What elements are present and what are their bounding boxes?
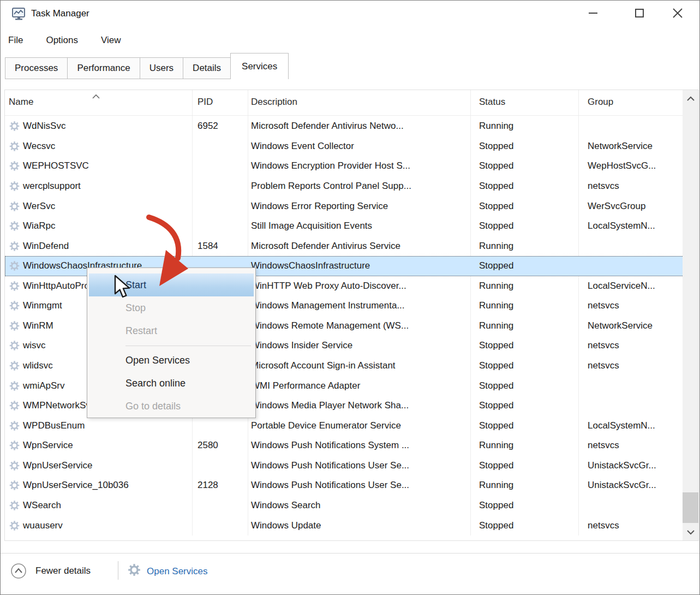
chevron-up-icon (686, 96, 695, 102)
service-description: Microsoft Defender Antivirus Service (251, 241, 400, 252)
table-row[interactable]: WecsvcWindows Event CollectorStoppedNetw… (5, 136, 684, 157)
service-group: netsvcs (588, 440, 619, 451)
service-description: Microsoft Account Sign-in Assistant (251, 360, 396, 371)
service-status: Running (479, 241, 513, 252)
service-name: Winmgmt (23, 300, 62, 311)
tab-processes[interactable]: Processes (5, 57, 67, 79)
open-services-label: Open Services (147, 566, 208, 577)
context-menu-separator (87, 342, 255, 349)
service-description: Windows Event Collector (251, 141, 354, 152)
service-gear-icon (9, 121, 20, 132)
tab-services[interactable]: Services (230, 53, 289, 79)
tab-details[interactable]: Details (183, 57, 230, 79)
collapse-circle-icon (10, 563, 27, 579)
service-status: Stopped (479, 400, 513, 411)
service-description: Windows Encryption Provider Host S... (251, 160, 410, 171)
title-bar: Task Manager (1, 1, 699, 28)
menu-view[interactable]: View (101, 35, 121, 46)
scrollbar-thumb[interactable] (683, 492, 698, 523)
window-title: Task Manager (31, 8, 89, 19)
service-description: Windows Search (251, 500, 321, 511)
table-row[interactable]: wuauservWindows UpdateStoppednetsvcs (5, 515, 684, 536)
service-group: UnistackSvcGr... (588, 460, 656, 471)
scrollbar-down-button[interactable] (683, 523, 698, 540)
service-name: WPDBusEnum (23, 420, 85, 431)
column-header-name[interactable]: Name (9, 97, 33, 108)
menu-options[interactable]: Options (46, 35, 78, 46)
service-group: netsvcs (588, 360, 619, 371)
context-menu-item-open-services[interactable]: Open Services (87, 349, 255, 372)
service-name: WinDefend (23, 241, 69, 252)
service-name: WiaRpc (23, 221, 56, 231)
menu-file[interactable]: File (8, 35, 23, 46)
table-row[interactable]: WSearchWindows SearchStopped (5, 496, 684, 516)
service-group: netsvcs (588, 300, 619, 311)
service-status: Stopped (479, 340, 513, 351)
service-name: WMPNetworkSvc (23, 400, 95, 411)
service-name: wisvc (23, 340, 46, 351)
service-gear-icon (9, 221, 20, 232)
column-header-pid[interactable]: PID (198, 97, 213, 108)
service-status: Running (479, 281, 513, 291)
service-description: Windows Media Player Network Sha... (251, 400, 409, 411)
service-gear-icon (9, 420, 20, 431)
chevron-down-icon (686, 529, 695, 535)
minimize-button[interactable] (574, 1, 612, 26)
table-row[interactable]: WdNisSvc6952Microsoft Defender Antivirus… (5, 116, 684, 136)
table-row[interactable]: WerSvcWindows Error Reporting ServiceSto… (5, 196, 684, 216)
menu-bar: FileOptionsView (1, 28, 699, 52)
maximize-button[interactable] (620, 1, 659, 26)
table-row[interactable]: WiaRpcStill Image Acquisition EventsStop… (5, 216, 684, 236)
scrollbar-up-button[interactable] (683, 90, 698, 107)
footer-bar: Fewer details Open Services (1, 553, 699, 595)
table-row[interactable]: WinDefend1584Microsoft Defender Antiviru… (5, 236, 684, 256)
tab-performance[interactable]: Performance (67, 57, 139, 79)
service-gear-icon (9, 460, 20, 471)
open-services-link[interactable]: Open Services (127, 563, 208, 580)
service-description: Windows Push Notifications User Se... (251, 460, 409, 471)
table-row[interactable]: wercplsupportProblem Reports Control Pan… (5, 176, 684, 197)
service-description: WMI Performance Adapter (251, 380, 360, 391)
context-menu-item-restart: Restart (87, 319, 255, 342)
service-status: Running (479, 300, 513, 311)
service-status: Stopped (479, 201, 513, 212)
service-name: WinRM (23, 320, 53, 331)
task-manager-window: Task Manager FileOptionsView ProcessesPe… (0, 0, 700, 595)
annotation-arrow (131, 208, 208, 301)
service-name: WpnUserService (23, 460, 93, 471)
vertical-scrollbar[interactable] (683, 90, 698, 540)
service-status: Stopped (479, 500, 513, 511)
column-header-group[interactable]: Group (588, 97, 613, 108)
table-row[interactable]: WpnUserService_10b0362128Windows Push No… (5, 475, 684, 496)
tab-users[interactable]: Users (140, 57, 183, 79)
table-row[interactable]: WpnService2580Windows Push Notifications… (5, 436, 684, 456)
service-status: Stopped (479, 420, 513, 431)
service-status: Running (479, 121, 513, 132)
footer-divider (118, 561, 118, 580)
service-status: Stopped (479, 160, 513, 171)
service-gear-icon (9, 380, 20, 391)
service-name: WpnService (23, 440, 73, 451)
fewer-details-button[interactable]: Fewer details (10, 563, 91, 579)
column-header-description[interactable]: Description (251, 97, 297, 108)
table-row[interactable]: WpnUserServiceWindows Push Notifications… (5, 456, 684, 476)
service-gear-icon (9, 440, 20, 451)
service-description: Windows Push Notifications User Se... (251, 480, 409, 491)
column-header-status[interactable]: Status (479, 97, 505, 108)
table-row[interactable]: WEPHOSTSVCWindows Encryption Provider Ho… (5, 156, 684, 176)
service-status: Stopped (479, 380, 513, 391)
service-description: WindowsChaosInfrastructure (251, 260, 370, 271)
service-pid: 2128 (198, 480, 218, 491)
context-menu-item-search-online[interactable]: Search online (87, 372, 255, 395)
table-row[interactable]: WPDBusEnumPortable Device Enumerator Ser… (5, 415, 684, 436)
service-status: Stopped (479, 181, 513, 192)
close-icon (671, 7, 684, 20)
service-status: Running (479, 440, 513, 451)
close-button[interactable] (659, 1, 697, 26)
service-status: Stopped (479, 460, 513, 471)
service-group: NetworkService (588, 141, 653, 152)
fewer-details-label: Fewer details (35, 566, 91, 576)
service-group: UnistackSvcGr... (588, 480, 656, 491)
service-gear-icon (9, 480, 20, 491)
service-name: WerSvc (23, 201, 55, 212)
